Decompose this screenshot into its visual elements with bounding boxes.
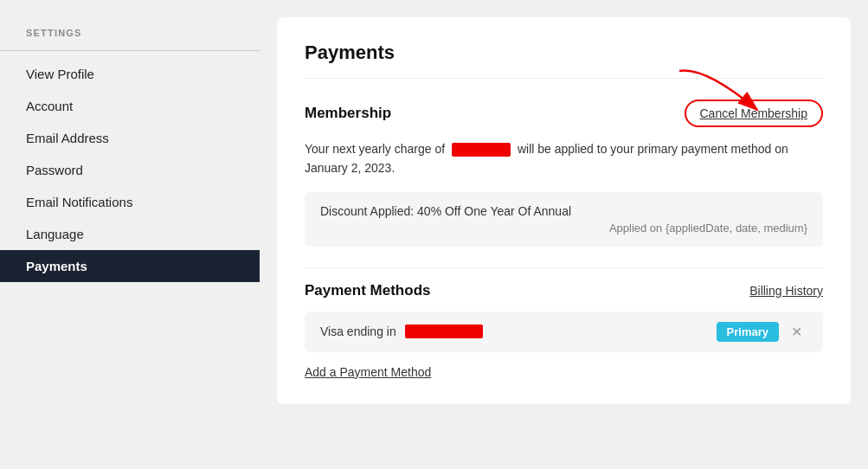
remove-payment-button[interactable]: ✕ (786, 322, 807, 342)
sidebar-item-password[interactable]: Password (0, 154, 260, 186)
add-payment-method-link[interactable]: Add a Payment Method (305, 365, 431, 379)
visa-payment-row: Visa ending in Primary ✕ (305, 312, 823, 352)
settings-label: SETTINGS (0, 28, 260, 51)
sidebar-item-email-notifications[interactable]: Email Notifications (0, 186, 260, 218)
sidebar-item-payments[interactable]: Payments (0, 250, 260, 282)
visa-label: Visa ending in (320, 324, 396, 338)
primary-badge: Primary (717, 322, 779, 342)
sidebar-item-email-address[interactable]: Email Address (0, 122, 260, 154)
membership-header: Membership Cancel Membership (305, 100, 823, 127)
payment-methods-title: Payment Methods (305, 282, 430, 299)
main-content: Payments Membership Cancel Membership Yo… (260, 0, 868, 469)
redacted-card-number (405, 324, 483, 338)
sidebar: SETTINGS View Profile Account Email Addr… (0, 0, 260, 469)
redacted-amount (452, 143, 511, 157)
sidebar-item-language[interactable]: Language (0, 218, 260, 250)
cancel-membership-button[interactable]: Cancel Membership (685, 100, 824, 127)
payments-card: Payments Membership Cancel Membership Yo… (277, 17, 851, 404)
page-title: Payments (305, 42, 823, 79)
membership-description: Your next yearly charge of will be appli… (305, 139, 823, 178)
discount-title: Discount Applied: 40% Off One Year Of An… (320, 204, 807, 218)
membership-section-title: Membership (305, 105, 391, 122)
payment-row-actions: Primary ✕ (717, 322, 807, 342)
sidebar-item-account[interactable]: Account (0, 90, 260, 122)
discount-applied-date: Applied on {appliedDate, date, medium} (320, 222, 807, 234)
payment-methods-header: Payment Methods Billing History (305, 282, 823, 299)
sidebar-nav: View Profile Account Email Address Passw… (0, 58, 260, 282)
visa-info: Visa ending in (320, 324, 486, 338)
section-divider (305, 267, 823, 268)
billing-history-link[interactable]: Billing History (749, 284, 823, 298)
sidebar-item-view-profile[interactable]: View Profile (0, 58, 260, 90)
discount-box: Discount Applied: 40% Off One Year Of An… (305, 192, 823, 247)
